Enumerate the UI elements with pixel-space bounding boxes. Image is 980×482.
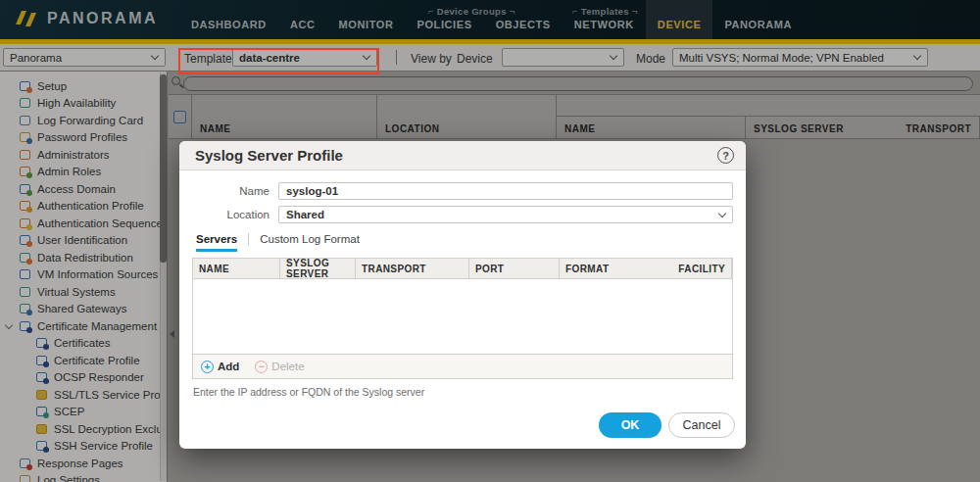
name-input[interactable]: syslog-01 [278,182,733,200]
column-header[interactable]: NAME [193,259,280,278]
location-row: Location Shared [179,206,733,223]
ok-button[interactable]: OK [599,412,662,438]
servers-table-footer: + Add − Delete [193,354,732,378]
location-label: Location [179,209,278,220]
dialog-tabs: ServersCustom Log Format [196,233,746,252]
dialog-tab-servers[interactable]: Servers [196,233,237,252]
dialog-header: Syslog Server Profile ? [179,141,746,170]
column-header[interactable]: TRANSPORT [356,259,469,278]
chevron-down-icon [718,209,726,217]
delete-button: − Delete [255,361,304,373]
dialog-buttons: OK Cancel [599,412,735,438]
hint-text: Enter the IP address or FQDN of the Sysl… [193,386,746,398]
tab-divider [248,233,249,246]
servers-table-body-empty [193,279,732,354]
servers-table: NAME SYSLOG SERVER TRANSPORT PORT FORMAT… [192,258,733,379]
syslog-server-profile-dialog: Syslog Server Profile ? Name syslog-01 L… [179,141,746,449]
minus-circle-icon: − [255,361,268,373]
help-icon[interactable]: ? [717,147,734,164]
plus-circle-icon: + [201,361,214,373]
location-select[interactable]: Shared [278,206,733,223]
name-label: Name [179,185,278,197]
cancel-button[interactable]: Cancel [668,412,735,438]
column-header[interactable]: PORT [469,259,560,278]
column-header[interactable]: SYSLOG SERVER [280,259,356,278]
dialog-tab-custom-log-format[interactable]: Custom Log Format [260,233,360,252]
column-header[interactable]: FACILITY [672,259,732,278]
dialog-title: Syslog Server Profile [195,147,717,164]
column-header[interactable]: FORMAT [560,259,672,278]
annotation-highlight-rectangle [178,48,379,74]
name-row: Name syslog-01 [179,182,733,200]
add-button[interactable]: + Add [201,361,239,373]
